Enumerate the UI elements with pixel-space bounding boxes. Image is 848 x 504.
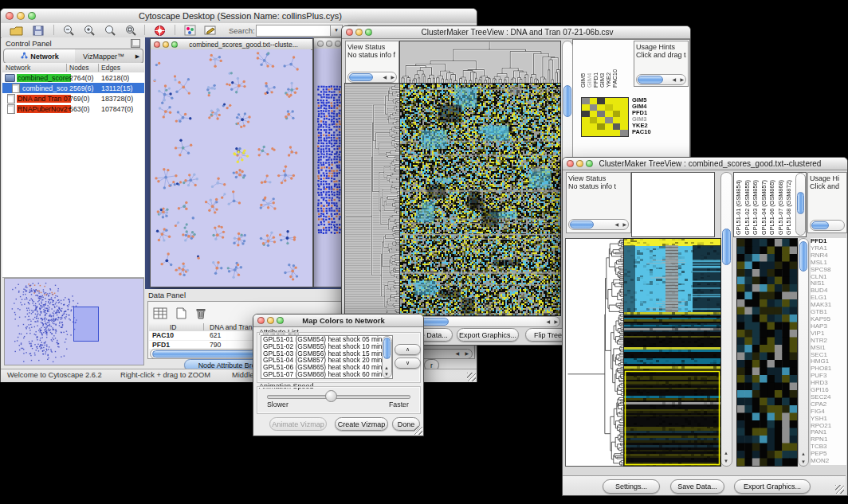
save-data-button[interactable]: Save Data... [670,479,724,494]
move-down-button[interactable]: ∨ [395,357,421,369]
treeview2-vscrollbar[interactable]: ▲ ▼ [720,172,732,467]
resize-grip[interactable] [467,373,476,381]
zoom-button[interactable] [171,41,178,48]
zoom-vscrollbar[interactable]: ▲ ▼ [798,238,809,467]
zoom-button[interactable] [28,12,36,20]
dialog-titlebar[interactable]: Map Colors to Network [253,315,423,327]
export-graphics-button[interactable]: Export Graphics... [734,479,811,494]
speed-slider-track[interactable] [267,395,410,399]
minimize-button[interactable] [17,12,25,20]
treeview2-column-dendrogram[interactable] [631,172,715,237]
column-labels-vscrollbar[interactable] [795,173,806,236]
treeview2-row-dendrogram[interactable] [565,238,624,467]
close-button[interactable] [6,12,14,20]
tab-overflow-button[interactable]: ▶ [132,49,143,64]
scrollbar-thumb[interactable] [383,338,391,359]
tab-vizmapper[interactable]: VizMapper™ [75,49,133,64]
network-view-window-1[interactable]: combined_scores_good.txt--cluste... [150,38,313,287]
float-panel-icon[interactable] [131,39,140,48]
treeview2-titlebar[interactable]: ClusterMaker TreeView : combined_scores_… [563,158,847,170]
scrollbar-thumb[interactable] [799,241,807,272]
treeview1-titlebar[interactable]: ClusterMaker TreeView : DNA and Tran 07-… [342,26,690,39]
scroll-left-icon[interactable]: ◀ [614,222,618,227]
move-up-button[interactable]: ∧ [395,344,421,355]
scroll-left-icon[interactable]: ◀ [455,351,459,356]
scrollbar-thumb[interactable] [152,350,256,357]
birdseye-view[interactable] [4,278,144,365]
minimize-button[interactable] [267,317,274,324]
treeview2-zoom-heatmap[interactable] [736,238,798,467]
attribute-list-vscrollbar[interactable]: ▲ ▼ [382,336,392,378]
treeview1-zoom-heatmap[interactable] [581,97,629,137]
scroll-down-icon[interactable]: ▼ [801,459,806,464]
close-button[interactable] [567,160,574,167]
network-table-row[interactable]: combined_sco2569(6)13112(15) [2,83,144,93]
network-view-1[interactable] [151,49,311,285]
annotation-icon[interactable] [202,22,219,38]
treeview2-heatmap[interactable] [623,238,721,467]
delete-attribute-icon[interactable] [191,305,209,321]
scroll-left-icon[interactable]: ◀ [546,319,550,324]
scroll-up-icon[interactable]: ▲ [384,365,389,370]
scroll-left-icon[interactable]: ◀ [383,75,387,80]
view-status-hscrollbar[interactable]: ◀ ▶ [568,219,629,230]
scroll-right-icon[interactable]: ▶ [622,222,626,227]
open-folder-icon[interactable] [7,22,25,38]
view-status-hscrollbar[interactable]: ◀ ▶ [347,72,397,83]
treeview1-row-dendrogram[interactable] [344,83,401,316]
zoom-button[interactable] [586,160,593,167]
scroll-up-icon[interactable]: ▲ [724,451,728,455]
network-table-row[interactable]: RNAPuberNov2+|563(0)107847(0) [2,104,144,114]
scrollbar-thumb[interactable] [570,221,594,229]
export-graphics-button[interactable]: Export Graphics... [457,328,519,342]
scrollbar-thumb[interactable] [722,229,731,265]
minimize-button[interactable] [326,41,332,47]
scroll-right-icon[interactable]: ▶ [465,351,469,356]
zoom-button[interactable] [277,317,284,324]
create-vizmap-button[interactable]: Create Vizmap [335,417,388,431]
treeview1-column-dendrogram[interactable] [399,41,561,84]
network-table-row[interactable]: DNA and Tran 07769(0)183728(0) [2,93,144,104]
zoom-fit-icon[interactable] [122,22,139,38]
scrollbar-thumb[interactable] [811,221,829,229]
resize-grip[interactable] [414,426,422,435]
resize-grip[interactable] [835,485,844,494]
minimize-button[interactable] [163,41,169,48]
scrollbar-thumb[interactable] [638,76,663,84]
scroll-left-icon[interactable]: ◀ [672,77,676,82]
close-button[interactable] [346,29,353,36]
attribute-table-icon[interactable] [151,305,169,321]
close-button[interactable] [154,41,160,48]
scrollbar-thumb[interactable] [349,73,373,81]
scrollbar-thumb[interactable] [563,85,571,117]
usage-hints-hscrollbar[interactable] [810,220,845,231]
speed-slider-thumb[interactable] [325,390,337,402]
tab-network[interactable]: Network [3,49,77,64]
minimize-button[interactable] [355,29,363,36]
node-view-icon[interactable] [181,22,198,38]
scroll-down-icon[interactable]: ▼ [384,372,389,377]
close-button[interactable] [257,317,265,324]
zoom-out-icon[interactable] [60,22,77,38]
save-icon[interactable] [29,22,47,38]
zoom-in-icon[interactable] [80,22,98,38]
scroll-down-icon[interactable]: ▼ [724,459,728,463]
network1-titlebar[interactable]: combined_scores_good.txt--cluste... [151,39,312,50]
scroll-right-icon[interactable]: ▶ [680,77,684,82]
network-table-row[interactable]: combined_scores2764(0)16218(0) [2,72,144,83]
scroll-right-icon[interactable]: ▶ [391,75,395,80]
close-button[interactable] [317,41,324,47]
search-input[interactable] [256,25,332,37]
minimize-button[interactable] [576,160,583,167]
new-attribute-icon[interactable] [172,305,190,321]
attribute-listbox[interactable]: GPL51-01 (GSM854) heat shock 05 minGPL51… [261,335,393,379]
animate-vizmap-button[interactable]: Animate Vizmap [269,417,327,431]
scroll-right-icon[interactable]: ▶ [554,319,558,324]
scroll-up-icon[interactable]: ▲ [801,451,806,456]
usage-hints-hscrollbar[interactable]: ◀ ▶ [636,74,686,85]
settings-button[interactable]: Settings... [603,479,660,494]
zoom-button[interactable] [335,41,341,47]
treeview1-heatmap[interactable] [399,83,561,316]
zoom-button[interactable] [365,29,372,36]
zoom-selected-icon[interactable] [101,22,119,38]
